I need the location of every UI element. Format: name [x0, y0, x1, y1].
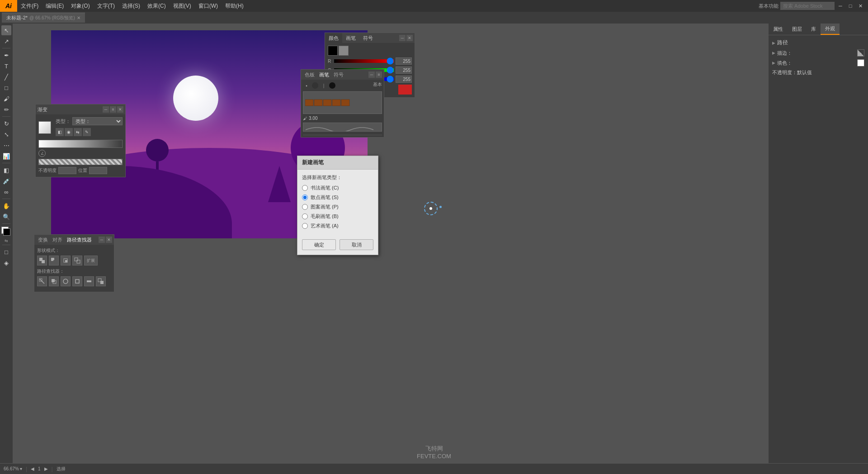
brush-option-bristle[interactable]: 毛刷画笔 (B): [302, 213, 373, 220]
swap-colors[interactable]: ⇆: [5, 238, 8, 243]
right-tab-appearance[interactable]: 外观: [821, 24, 840, 35]
gradient-panel-expand[interactable]: ≡: [110, 106, 116, 113]
gradient-radial-icon[interactable]: ◉: [65, 128, 73, 136]
pf-panel-close[interactable]: ✕: [106, 237, 112, 243]
blend-tool[interactable]: ∞: [1, 187, 11, 197]
eyedropper-tool[interactable]: 💉: [1, 176, 11, 186]
gradient-opacity-input[interactable]: [58, 167, 76, 174]
menu-edit[interactable]: 编辑(E): [42, 0, 67, 12]
type-tool[interactable]: T: [1, 61, 11, 71]
pf-tab-pathfinder[interactable]: 路径查找器: [65, 237, 94, 243]
brush-radio-bristle[interactable]: [302, 213, 308, 219]
pf-divide-icon[interactable]: [37, 276, 47, 286]
brush-icon-1[interactable]: ▪: [303, 82, 310, 89]
shape-tool[interactable]: □: [1, 83, 11, 93]
select-tool[interactable]: ↖: [1, 25, 11, 35]
pf-unite-icon[interactable]: [37, 256, 47, 265]
gradient-opacity-bar[interactable]: [38, 159, 123, 165]
color-tab-color[interactable]: 颜色: [325, 33, 342, 43]
maximize-button[interactable]: □: [846, 2, 854, 10]
status-zoom-arrow[interactable]: ▾: [20, 466, 22, 471]
pf-intersect-icon[interactable]: [61, 256, 71, 265]
gradient-location-input[interactable]: [89, 167, 107, 174]
document-tab[interactable]: 未标题-2* @ 66.67% (RGB/预览) ✕: [2, 13, 85, 23]
red-swatch[interactable]: [398, 85, 412, 95]
dialog-cancel-button[interactable]: 取消: [340, 239, 373, 250]
right-tab-layers[interactable]: 图层: [788, 24, 807, 35]
right-tab-properties[interactable]: 属性: [769, 24, 788, 35]
b-input[interactable]: 255: [396, 76, 412, 83]
menu-file[interactable]: 文件(F): [17, 0, 42, 12]
g-input[interactable]: 255: [396, 66, 412, 74]
status-next-btn[interactable]: ▶: [44, 466, 48, 471]
brush-option-art[interactable]: 艺术画笔 (A): [302, 223, 373, 229]
brush-circle-icon[interactable]: [312, 82, 318, 89]
dialog-confirm-button[interactable]: 确定: [302, 239, 336, 250]
brush-radio-art[interactable]: [302, 223, 308, 229]
brush-option-scatter[interactable]: 散点画笔 (S): [302, 194, 373, 201]
gradient-type-select[interactable]: 类型：: [72, 117, 123, 125]
menu-help[interactable]: 帮助(H): [222, 0, 247, 12]
brush-tab-symbol[interactable]: 符号: [332, 71, 345, 78]
pencil-tool[interactable]: ✏: [1, 104, 11, 114]
pf-add-text-icon[interactable]: 扩展: [84, 256, 98, 265]
hand-tool[interactable]: ✋: [1, 201, 11, 211]
color-panel-close[interactable]: ✕: [406, 35, 413, 41]
menu-text[interactable]: 文字(T): [94, 0, 118, 12]
background-swatch[interactable]: [339, 46, 349, 56]
foreground-swatch[interactable]: [328, 46, 338, 56]
fill-color[interactable]: [1, 227, 11, 237]
r-slider[interactable]: [334, 59, 394, 63]
search-input[interactable]: [780, 2, 835, 10]
gradient-linear-icon[interactable]: ◧: [56, 128, 64, 136]
stroke-swatch[interactable]: [857, 49, 864, 57]
brush-radio-calligraphic[interactable]: [302, 185, 308, 191]
pf-minus-front-icon[interactable]: [49, 256, 59, 265]
brush-option-calligraphic[interactable]: 书法画笔 (C): [302, 185, 373, 191]
normal-mode[interactable]: □: [1, 247, 11, 257]
paintbrush-tool[interactable]: 🖌: [1, 94, 11, 104]
pf-minus-back-icon[interactable]: [96, 276, 106, 286]
gradient-tool[interactable]: ◧: [1, 165, 11, 175]
menu-effect[interactable]: 效果(C): [144, 0, 170, 12]
menu-view[interactable]: 视图(V): [170, 0, 195, 12]
close-button[interactable]: ✕: [856, 2, 864, 10]
color-tab-brush[interactable]: 画笔: [342, 33, 359, 43]
zoom-tool[interactable]: 🔍: [1, 212, 11, 222]
minimize-button[interactable]: ─: [836, 2, 844, 10]
tab-close-icon[interactable]: ✕: [77, 15, 80, 20]
pf-outline-icon[interactable]: [84, 276, 94, 286]
gradient-panel-close[interactable]: ✕: [117, 106, 123, 113]
rotate-tool[interactable]: ↻: [1, 118, 11, 128]
r-input[interactable]: 255: [396, 57, 412, 65]
pf-panel-minimize[interactable]: ─: [99, 237, 105, 243]
right-tab-library[interactable]: 库: [807, 24, 821, 35]
color-tab-symbol[interactable]: 符号: [359, 33, 377, 43]
brush-radio-pattern[interactable]: [302, 204, 308, 210]
line-tool[interactable]: ╱: [1, 72, 11, 82]
scale-tool[interactable]: ⤡: [1, 129, 11, 139]
menu-select[interactable]: 选择(S): [118, 0, 144, 12]
warp-tool[interactable]: ⋯: [1, 140, 11, 150]
pen-tool[interactable]: ✒: [1, 50, 11, 60]
gradient-reverse-icon[interactable]: ⇆: [74, 128, 82, 136]
fill-swatch[interactable]: [857, 59, 864, 66]
pf-tab-align[interactable]: 对齐: [51, 237, 64, 243]
gradient-preview-bar[interactable]: [38, 140, 123, 148]
menu-window[interactable]: 窗口(W): [195, 0, 222, 12]
pf-merge-icon[interactable]: [61, 276, 71, 286]
brush-tab-brush[interactable]: 画笔: [317, 71, 331, 78]
gradient-swatch[interactable]: [38, 121, 51, 134]
direct-select-tool[interactable]: ↗: [1, 36, 11, 46]
status-prev-btn[interactable]: ◀: [31, 466, 34, 471]
color-panel-minimize[interactable]: ─: [399, 35, 406, 41]
pf-crop-icon[interactable]: [72, 276, 82, 286]
brush-round-icon[interactable]: [329, 82, 335, 89]
brush-panel-options[interactable]: ≡: [376, 71, 382, 78]
brush-tab-swatch[interactable]: 色板: [303, 71, 316, 78]
graph-tool[interactable]: 📊: [1, 151, 11, 161]
brush-radio-scatter[interactable]: [302, 194, 308, 200]
brush-panel-minimize[interactable]: ─: [368, 71, 375, 78]
pf-exclude-icon[interactable]: [72, 256, 82, 265]
brush-option-pattern[interactable]: 图案画笔 (P): [302, 204, 373, 210]
